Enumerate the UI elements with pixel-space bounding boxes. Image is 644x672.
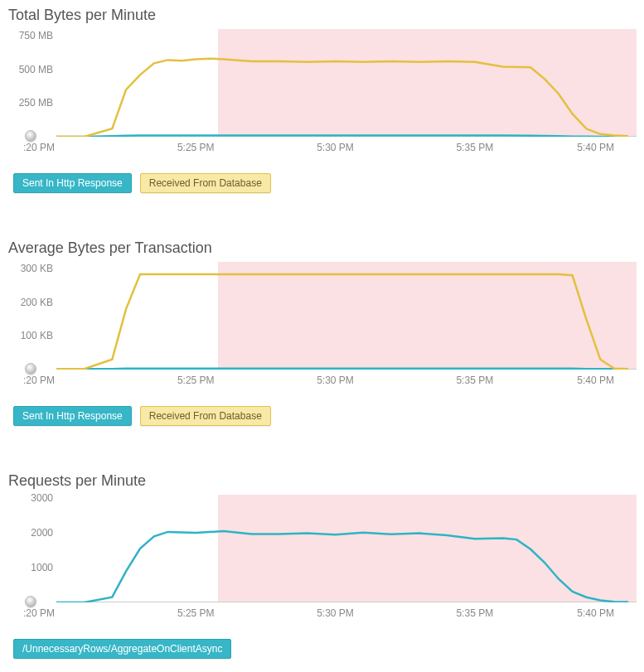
- y-axis-labels: 100 KB200 KB300 KB: [7, 262, 56, 370]
- x-tick-label: 5:30 PM: [317, 375, 354, 386]
- x-axis-labels: :20 PM5:25 PM5:30 PM5:35 PM5:40 PM: [56, 142, 637, 158]
- y-axis-labels: 250 MB500 MB750 MB: [7, 29, 56, 137]
- time-slider-handle[interactable]: [25, 596, 36, 607]
- x-tick-label: 5:40 PM: [577, 375, 614, 386]
- chart-panel-bytes-txn: Average Bytes per Transaction100 KB200 K…: [7, 239, 637, 426]
- x-tick-label: 5:30 PM: [317, 142, 354, 153]
- x-tick-label: 5:35 PM: [456, 375, 493, 386]
- y-tick-label: 100 KB: [21, 330, 53, 341]
- chart-panel-bytes-min: Total Bytes per Minute250 MB500 MB750 MB…: [7, 7, 637, 193]
- legend-item[interactable]: Received From Database: [140, 173, 271, 193]
- chart-area[interactable]: 250 MB500 MB750 MB:20 PM5:25 PM5:30 PM5:…: [7, 29, 637, 162]
- x-axis-labels: :20 PM5:25 PM5:30 PM5:35 PM5:40 PM: [56, 375, 637, 391]
- plot-area[interactable]: [56, 29, 637, 137]
- chart-title: Requests per Minute: [8, 472, 637, 490]
- chart-area[interactable]: 100 KB200 KB300 KB:20 PM5:25 PM5:30 PM5:…: [7, 262, 637, 394]
- x-tick-label: 5:30 PM: [317, 607, 354, 619]
- series-line-teal: [56, 135, 628, 137]
- time-slider-handle[interactable]: [25, 130, 36, 142]
- series-line-teal: [56, 531, 628, 602]
- legend: Sent In Http ResponseReceived From Datab…: [13, 406, 637, 426]
- y-tick-label: 1000: [31, 562, 53, 573]
- chart-panel-req-min: Requests per Minute100020003000:20 PM5:2…: [7, 472, 637, 659]
- x-tick-label: 5:25 PM: [177, 607, 215, 619]
- plot-area[interactable]: [56, 495, 637, 602]
- x-axis-labels: :20 PM5:25 PM5:30 PM5:35 PM5:40 PM: [56, 607, 637, 624]
- y-tick-label: 3000: [31, 492, 53, 504]
- y-tick-label: 300 KB: [21, 263, 53, 274]
- chart-lines: [56, 262, 637, 370]
- x-tick-label: 5:40 PM: [577, 142, 614, 153]
- plot-area[interactable]: [56, 262, 637, 370]
- series-line-yellow: [56, 59, 628, 137]
- y-tick-label: 2000: [31, 527, 53, 539]
- legend-item[interactable]: Sent In Http Response: [13, 173, 132, 193]
- x-tick-label: 5:40 PM: [577, 607, 614, 619]
- chart-lines: [56, 495, 637, 602]
- y-tick-label: 250 MB: [19, 97, 53, 109]
- x-tick-label: 5:35 PM: [456, 142, 493, 153]
- chart-title: Total Bytes per Minute: [8, 7, 637, 24]
- chart-area[interactable]: 100020003000:20 PM5:25 PM5:30 PM5:35 PM5…: [7, 495, 637, 627]
- y-tick-label: 750 MB: [19, 30, 53, 41]
- y-tick-label: 200 KB: [21, 297, 53, 308]
- legend-item[interactable]: /UnnecessaryRows/AggregateOnClientAsync: [13, 639, 231, 659]
- time-slider-handle[interactable]: [25, 363, 36, 375]
- x-tick-label: :20 PM: [23, 375, 55, 386]
- x-tick-label: :20 PM: [23, 607, 55, 619]
- x-tick-label: 5:25 PM: [177, 375, 215, 386]
- legend: Sent In Http ResponseReceived From Datab…: [13, 173, 637, 193]
- x-tick-label: 5:35 PM: [456, 607, 493, 619]
- legend: /UnnecessaryRows/AggregateOnClientAsync: [13, 639, 637, 659]
- y-axis-labels: 100020003000: [7, 495, 56, 602]
- legend-item[interactable]: Received From Database: [140, 406, 271, 426]
- legend-item[interactable]: Sent In Http Response: [13, 406, 132, 426]
- chart-lines: [56, 29, 637, 137]
- chart-title: Average Bytes per Transaction: [8, 239, 637, 257]
- x-tick-label: 5:25 PM: [177, 142, 215, 153]
- x-tick-label: :20 PM: [23, 142, 55, 153]
- series-line-yellow: [56, 274, 628, 369]
- y-tick-label: 500 MB: [19, 64, 53, 75]
